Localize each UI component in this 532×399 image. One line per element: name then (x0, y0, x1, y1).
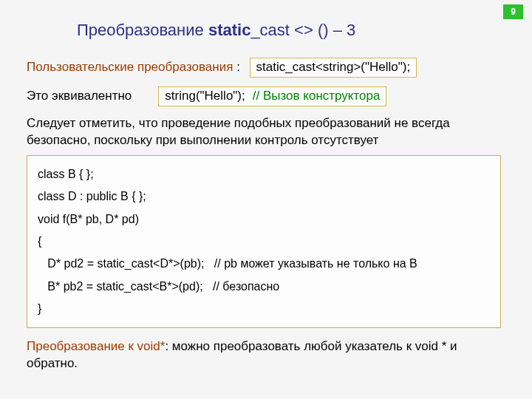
code-l6a: B* pb2 = static_cast<B*>(pd); (47, 280, 202, 293)
code-l5: D* pd2 = static_cast<D*>(pb); // pb може… (38, 253, 490, 275)
code-l5b: // pb может указывать не только на B (214, 257, 417, 270)
user-conv-label: Пользовательские преобразования (27, 60, 233, 74)
title-bold: static (208, 21, 250, 39)
content-area: Пользовательские преобразования : static… (0, 40, 532, 372)
code-l6b: // безопасно (213, 280, 279, 293)
code-string-ctor: string("Hello");// Вызов конструктора (158, 86, 386, 106)
line-equivalent: Это эквивалентноstring("Hello");// Вызов… (27, 86, 508, 106)
code-l4: { (38, 231, 490, 253)
warning-paragraph: Следует отметить, что проведение подобны… (27, 115, 508, 149)
equiv-label: Это эквивалентно (27, 89, 132, 103)
title-pre: Преобразование (77, 21, 208, 39)
bottom-note: Преобразование к void*: можно преобразов… (27, 338, 508, 372)
code-l7: } (38, 298, 490, 320)
code-l6: B* pb2 = static_cast<B*>(pd); // безопас… (38, 276, 490, 298)
page-number-badge: 9 (503, 4, 523, 19)
code-l5a: D* pd2 = static_cast<D*>(pb); (47, 257, 204, 270)
title-rest: _cast <> () – 3 (250, 21, 355, 39)
ctor-comment: // Вызов конструктора (253, 89, 381, 103)
code-l3: void f(B* pb, D* pd) (38, 208, 490, 231)
code-block: class B { }; class D : public B { }; voi… (27, 155, 501, 329)
code-l1: class B { }; (38, 163, 490, 185)
line-user-conversion: Пользовательские преобразования : static… (27, 58, 508, 78)
bottom-highlight: Преобразование к void* (27, 339, 165, 353)
code-l2: class D : public B { }; (38, 185, 490, 208)
slide-title: Преобразование static_cast <> () – 3 (0, 0, 532, 40)
colon: : (233, 60, 243, 74)
code-string-ctor-text: string("Hello"); (165, 89, 245, 103)
code-static-cast-str: static_cast<string>("Hello"); (250, 58, 417, 78)
